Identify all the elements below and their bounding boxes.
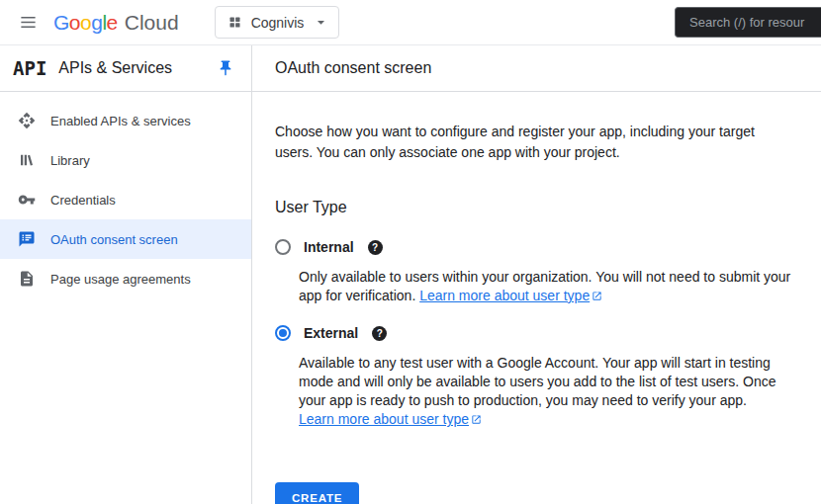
logo-letter: g	[91, 11, 102, 35]
main-header: OAuth consent screen	[252, 45, 821, 92]
logo-letter: G	[53, 11, 69, 35]
sidebar-item-library[interactable]: Library	[0, 140, 251, 180]
logo-letter: o	[80, 11, 91, 35]
sidebar-item-label: OAuth consent screen	[50, 232, 178, 247]
library-icon	[17, 151, 36, 170]
project-name: Cognivis	[251, 15, 305, 31]
enabled-apis-icon	[17, 112, 36, 130]
internal-description: Only available to users within your orga…	[299, 268, 798, 305]
sidebar-header: API APIs & Services	[0, 45, 251, 92]
help-icon[interactable]: ?	[372, 326, 387, 341]
sidebar-item-label: Enabled APIs & services	[50, 114, 191, 128]
user-type-option-external: External ? Available to any test user wi…	[275, 325, 798, 429]
external-description: Available to any test user with a Google…	[299, 354, 798, 429]
google-cloud-logo[interactable]: G o o g l e Cloud	[53, 11, 179, 35]
sidebar-item-label: Credentials	[50, 193, 116, 208]
sidebar-nav: Enabled APIs & services Library Credenti…	[0, 92, 251, 298]
sidebar: API APIs & Services Enabled APIs & servi…	[0, 45, 252, 504]
google-cloud-console: G o o g l e Cloud Cognivis	[0, 0, 821, 504]
external-description-text: Available to any test user with a Google…	[299, 355, 776, 408]
internal-radio-label[interactable]: Internal	[304, 239, 354, 255]
content: Choose how you want to configure and reg…	[252, 92, 821, 504]
sidebar-item-credentials[interactable]: Credentials	[0, 180, 251, 219]
external-radio[interactable]	[275, 325, 291, 341]
page-usage-agreements-icon	[17, 270, 36, 289]
sidebar-title: APIs & Services	[58, 59, 212, 77]
key-icon	[17, 191, 36, 210]
logo-letter: e	[107, 11, 118, 35]
intro-text: Choose how you want to configure and reg…	[275, 122, 789, 163]
hamburger-menu-icon[interactable]	[8, 3, 47, 42]
search-input[interactable]	[676, 15, 821, 30]
project-icon	[228, 15, 242, 30]
internal-radio[interactable]	[275, 239, 291, 255]
sidebar-item-label: Library	[50, 153, 90, 168]
apis-services-logo: API	[13, 57, 46, 79]
help-icon[interactable]: ?	[368, 240, 383, 255]
learn-more-link[interactable]: Learn more about user type	[299, 411, 469, 427]
create-button[interactable]: CREATE	[275, 482, 359, 504]
learn-more-link[interactable]: Learn more about user type	[419, 288, 590, 303]
external-radio-label[interactable]: External	[304, 325, 358, 341]
sidebar-item-label: Page usage agreements	[50, 272, 191, 287]
user-type-heading: User Type	[275, 199, 798, 216]
search-bar[interactable]	[675, 7, 821, 38]
sidebar-item-oauth-consent-screen[interactable]: OAuth consent screen	[0, 219, 251, 259]
chevron-down-icon	[313, 14, 329, 31]
body: API APIs & Services Enabled APIs & servi…	[0, 45, 821, 504]
topbar: G o o g l e Cloud Cognivis	[0, 0, 821, 45]
sidebar-item-enabled-apis[interactable]: Enabled APIs & services	[0, 101, 251, 140]
sidebar-item-page-usage-agreements[interactable]: Page usage agreements	[0, 259, 251, 298]
page-title: OAuth consent screen	[275, 59, 431, 77]
oauth-consent-icon	[17, 230, 36, 249]
main-panel: OAuth consent screen Choose how you want…	[252, 45, 821, 504]
external-link-icon	[471, 414, 482, 425]
logo-letter: o	[69, 11, 80, 35]
project-selector[interactable]: Cognivis	[215, 6, 340, 39]
logo-cloud-text: Cloud	[125, 11, 179, 35]
external-link-icon	[592, 291, 602, 301]
user-type-option-internal: Internal ? Only available to users withi…	[275, 239, 798, 305]
pin-icon[interactable]	[212, 54, 239, 82]
